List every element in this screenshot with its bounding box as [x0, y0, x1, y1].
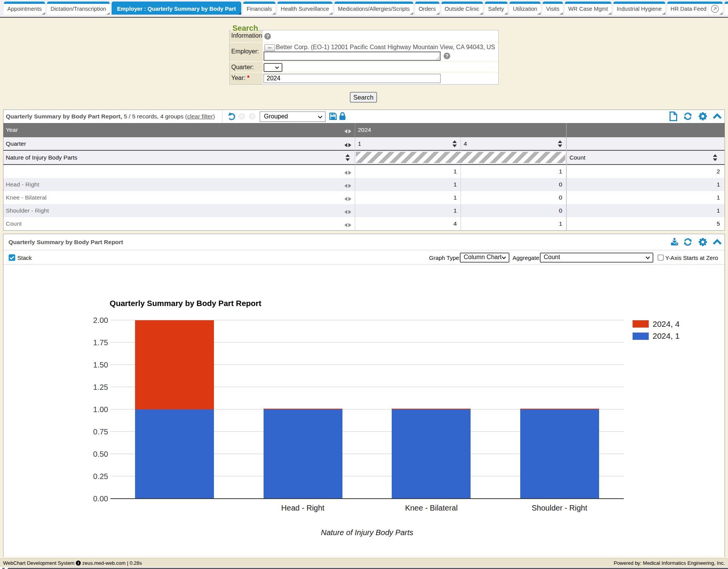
svg-text:i: i — [78, 561, 79, 565]
